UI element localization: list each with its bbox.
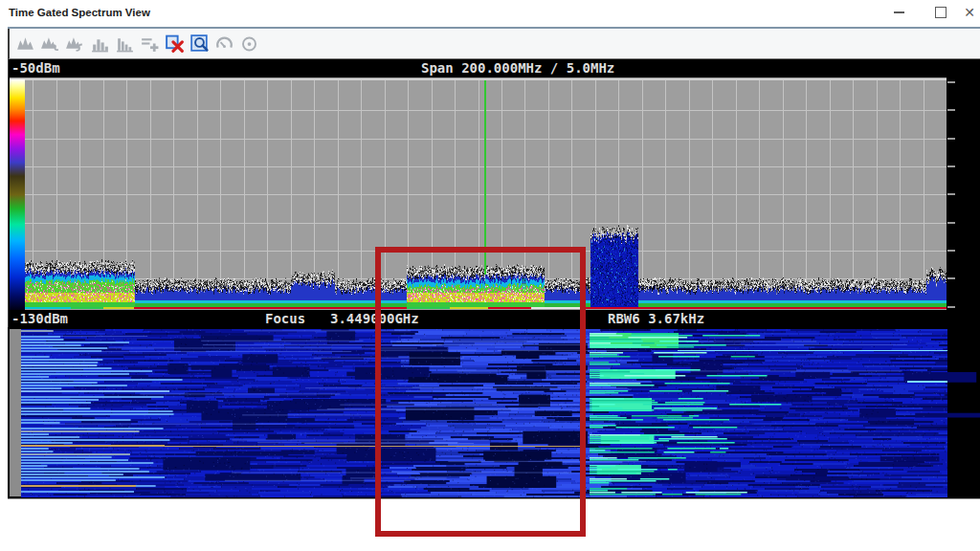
gauge-button[interactable] (212, 32, 236, 55)
maximize-icon (935, 7, 947, 18)
gauge-icon (214, 33, 234, 54)
histogram-icon (90, 33, 110, 54)
center-target-button[interactable] (237, 32, 261, 55)
toolbar (10, 29, 980, 58)
floor-level-label: -130dBm (11, 311, 68, 326)
focus-label: Focus (265, 311, 305, 326)
spectrum-trace-s1-icon (40, 33, 60, 54)
add-trace-button[interactable] (138, 32, 162, 55)
clear-delete-button[interactable] (163, 32, 187, 55)
red-highlight-rectangle (375, 247, 586, 537)
center-target-icon (239, 33, 259, 54)
histogram-descending-button[interactable] (113, 32, 137, 55)
histogram-descending-icon (115, 33, 135, 54)
spectrum-trace-button[interactable] (13, 32, 37, 55)
spectrum-trace-s2-icon (65, 33, 85, 54)
window-title: Time Gated Spectrum View (9, 7, 150, 18)
span-label: Span 200.000MHz / 5.0MHz (421, 60, 614, 76)
minimize-icon (894, 11, 904, 13)
zoom-select-button[interactable] (188, 32, 212, 55)
add-trace-icon (140, 33, 160, 54)
title-bar[interactable]: Time Gated Spectrum View ✕ (0, 0, 980, 27)
histogram-button[interactable] (88, 32, 112, 55)
zoom-select-icon (189, 33, 210, 54)
minimize-button[interactable] (882, 0, 915, 25)
spectrum-trace-s2-button[interactable] (63, 32, 87, 55)
app-window: Time Gated Spectrum View ✕ (0, 0, 980, 551)
close-icon: ✕ (964, 6, 975, 19)
ref-level-label: -50dBm (11, 60, 60, 76)
clear-delete-icon (165, 33, 185, 54)
spectrum-trace-s1-button[interactable] (38, 32, 62, 55)
close-button[interactable]: ✕ (953, 0, 980, 25)
rbw-label: RBW6 3.67kHz (608, 311, 704, 326)
spectrum-trace-icon (15, 33, 35, 54)
maximize-button[interactable] (924, 0, 957, 25)
